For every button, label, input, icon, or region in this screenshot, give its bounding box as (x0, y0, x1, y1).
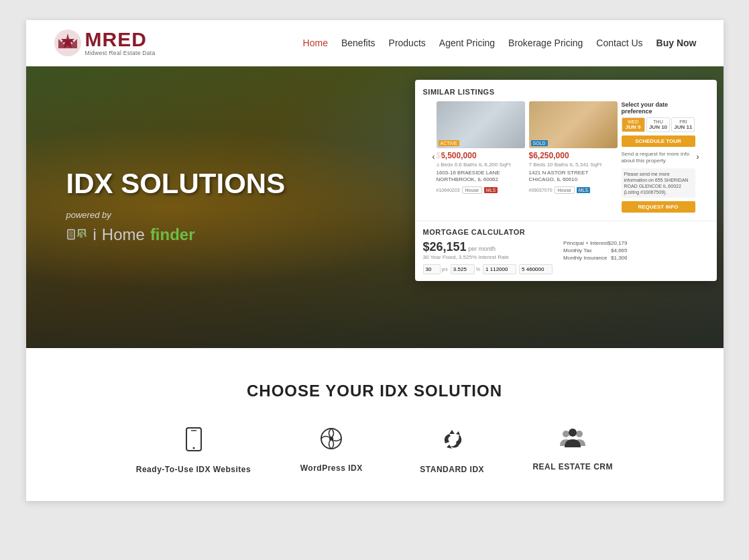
active-badge: ACTIVE (439, 140, 459, 146)
down-payment-input[interactable] (483, 264, 516, 274)
mls-badge-2: MLS (577, 187, 590, 193)
listing-image-1: ACTIVE (437, 101, 525, 148)
listing-tags-1: #10640203 House MLS (437, 186, 525, 194)
choose-item-standard[interactable]: STANDARD IDX (412, 427, 492, 474)
mls-badge-1: MLS (484, 187, 498, 193)
mortgage-right-col: Principal + Interest $20,179 Monthly Tax… (563, 240, 627, 274)
nav-home[interactable]: Home (303, 38, 328, 48)
choose-title: CHOOSE YOUR IDX SOLUTION (53, 382, 697, 400)
recycle-icon (440, 427, 464, 457)
mortgage-left-col: $26,151 per month 30 Year Fixed, 3.525% … (423, 240, 553, 274)
sold-badge: SOLD (531, 140, 548, 146)
logo: MRED Midwest Real Estate Data (53, 28, 156, 58)
nav-benefits[interactable]: Benefits (341, 38, 376, 48)
svg-point-6 (192, 447, 194, 449)
mortgage-calculator: MORTGAGE CALCULATOR $26,151 per month 30… (415, 221, 717, 281)
svg-point-10 (563, 431, 569, 437)
carousel-prev-button[interactable]: ‹ (426, 149, 442, 165)
hero-content: IDX SOLUTIONS powered by i Home finder (66, 168, 286, 245)
date-option-1[interactable]: THUJUN 10 (646, 117, 670, 132)
rate-input[interactable] (451, 264, 475, 274)
mortgage-inputs-row: yrs % (423, 264, 553, 274)
mortgage-input-term: yrs (423, 264, 448, 274)
nav-contact-us[interactable]: Contact Us (596, 38, 642, 48)
hero-powered-by: powered by (66, 211, 286, 221)
listing-address-2: 1421 N ASTOR STREET CHICAGO, IL 60610 (529, 170, 618, 184)
listing-price-2: $6,250,000 (529, 151, 618, 160)
listing-type-1: House (462, 186, 482, 194)
mortgage-title: MORTGAGE CALCULATOR (423, 228, 709, 236)
hero-section: IDX SOLUTIONS powered by i Home finder (26, 66, 724, 348)
listing-tags-2: #09037070 House MLS (529, 186, 618, 194)
mortgage-rate: 30 Year Fixed, 3.525% Interest Rate (423, 254, 553, 260)
choose-item-ready[interactable]: Ready-To-Use IDX Websites (136, 427, 251, 474)
nav-products[interactable]: Products (389, 38, 426, 48)
nav-links: Home Benefits Products Agent Pricing Bro… (303, 37, 697, 49)
listing-card: SIMILAR LISTINGS ‹ ACTIVE (415, 80, 717, 281)
listing-id-2: #09037070 (529, 188, 553, 192)
listing-detail-2: 7 Beds 10 Baths IL 5,341 SqFt (529, 162, 618, 168)
listings-carousel: ‹ ACTIVE $6,500,000 (423, 101, 709, 213)
logo-brand: MRED (85, 30, 156, 50)
ihome-home: Home (102, 226, 145, 245)
listing-header: SIMILAR LISTINGS (423, 88, 709, 96)
schedule-tour-button[interactable]: SCHEDULE TOUR (622, 135, 695, 147)
nav-agent-pricing[interactable]: Agent Pricing (439, 38, 495, 48)
listing-id-1: #10640203 (437, 188, 460, 192)
listings-row: ACTIVE $6,500,000 5 Beds 6.6 Baths IL 6,… (423, 101, 709, 213)
term-unit: yrs (442, 267, 448, 272)
mred-logo-icon (53, 28, 82, 58)
mobile-icon (184, 427, 204, 457)
nav-buy-now[interactable]: Buy Now (656, 38, 697, 48)
svg-point-12 (569, 429, 577, 437)
outer-wrapper: MRED Midwest Real Estate Data Home Benef… (0, 0, 749, 521)
choose-item-crm[interactable]: REAL ESTATE CRM (532, 427, 613, 474)
breakdown-line-2: Monthly Insurance $1,306 (563, 255, 627, 261)
listing-price-1: $6,500,000 (437, 151, 525, 160)
choose-item-wordpress[interactable]: WordPress IDX (291, 427, 371, 474)
nav-brokerage-pricing[interactable]: Brokerage Pricing (508, 38, 583, 48)
listing-type-2: House (555, 186, 575, 194)
choose-section: CHOOSE YOUR IDX SOLUTION Ready-To-Use ID… (26, 348, 724, 501)
people-icon (559, 427, 586, 454)
side-info-panel: Select your date preference WEDJUN 9 THU… (622, 101, 695, 213)
ihomefinder-brand: i Home finder (66, 225, 286, 246)
choose-label-wordpress: WordPress IDX (300, 463, 363, 473)
listing-detail-1: 5 Beds 6.6 Baths IL 6,200 SqFt (437, 162, 525, 168)
mortgage-input-price (519, 264, 553, 274)
choose-label-standard: STANDARD IDX (420, 465, 484, 474)
date-option-0[interactable]: WEDJUN 9 (622, 117, 645, 132)
date-picker-row: WEDJUN 9 THUJUN 10 FRIJUN 11 (622, 117, 695, 132)
date-option-2[interactable]: FRIJUN 11 (671, 117, 695, 132)
term-input[interactable] (423, 264, 441, 274)
listing-item-1: ACTIVE $6,500,000 5 Beds 6.6 Baths IL 6,… (437, 101, 525, 213)
choose-grid: Ready-To-Use IDX Websites WordPress IDX (53, 427, 697, 474)
send-request-text: Send a request for more info about this … (622, 151, 695, 165)
mortgage-amount-line: $26,151 per month (423, 240, 553, 254)
ihome-i: i (93, 226, 97, 245)
hero-title: IDX SOLUTIONS (66, 168, 286, 199)
svg-point-11 (576, 431, 583, 437)
logo-subtitle: Midwest Real Estate Data (85, 50, 156, 56)
contact-info-text: Please send me more information on 655 S… (622, 168, 695, 198)
mortgage-input-down (483, 264, 516, 274)
svg-rect-3 (69, 231, 73, 238)
list-price-input[interactable] (519, 264, 553, 274)
mortgage-body: $26,151 per month 30 Year Fixed, 3.525% … (423, 240, 709, 274)
carousel-next-button[interactable]: › (690, 149, 706, 165)
select-preference-label: Select your date preference (622, 101, 695, 115)
navbar: MRED Midwest Real Estate Data Home Benef… (26, 20, 724, 66)
listing-card-inner: SIMILAR LISTINGS ‹ ACTIVE (415, 80, 717, 221)
listing-item-2: SOLD $6,250,000 7 Beds 10 Baths IL 5,341… (529, 101, 618, 213)
breakdown-line-1: Monthly Tax $4,665 (563, 247, 627, 254)
listing-image-2: SOLD (529, 101, 618, 148)
choose-label-crm: REAL ESTATE CRM (532, 462, 613, 471)
ihome-finder: finder (150, 226, 195, 245)
svg-rect-4 (80, 234, 82, 238)
mortgage-amount: $26,151 (423, 240, 467, 254)
request-info-button[interactable]: REQUEST INFO (622, 201, 695, 213)
breakdown-line-0: Principal + Interest $20,179 (563, 240, 627, 246)
ihomefinder-icon (66, 225, 88, 246)
mortgage-input-rate: % (451, 264, 480, 274)
mortgage-per: per month (468, 245, 496, 252)
